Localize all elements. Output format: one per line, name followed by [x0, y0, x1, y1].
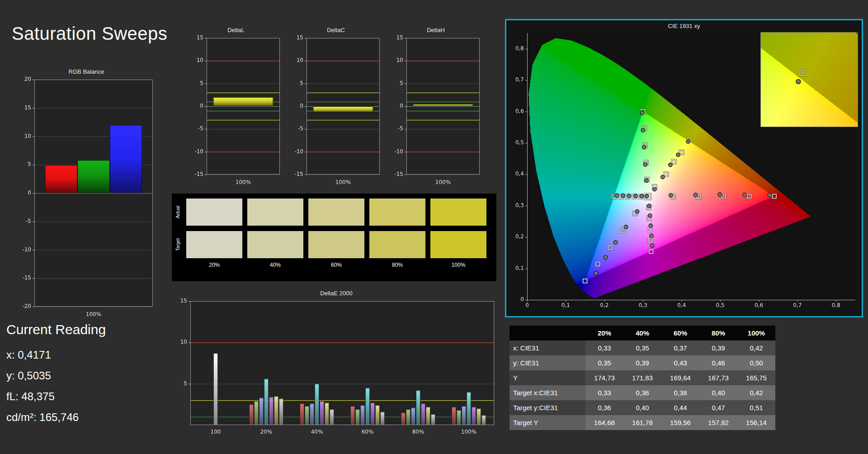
table-value-cell: 0,35 — [585, 355, 623, 370]
table-value-cell: 171,83 — [623, 370, 661, 385]
table-value-cell: 0,36 — [623, 385, 661, 400]
color-swatch — [430, 231, 487, 259]
color-swatch — [308, 231, 365, 259]
current-reading-x: x: 0,4171 — [6, 345, 106, 365]
app-root: Saturation Sweeps RGB Balance DeltaL Del… — [0, 0, 868, 454]
table-row-label: Target Y — [509, 415, 585, 430]
table-value-cell: 0,35 — [623, 340, 661, 355]
table-value-cell: 0,33 — [585, 385, 623, 400]
delta-c-title: DeltaC — [288, 26, 383, 34]
cie-inset-canvas — [760, 32, 858, 127]
swatch-percent-row: 20%40%60%80%100% — [186, 262, 493, 268]
cie-title: CIE 1931 xy — [506, 22, 862, 30]
table-value-cell: 0,36 — [585, 400, 623, 415]
table-value-cell: 0,46 — [699, 355, 737, 370]
delta-h-title: DeltaH — [388, 26, 483, 34]
delta-e-canvas — [174, 298, 499, 436]
swatch-percent-label: 20% — [186, 262, 243, 268]
table-value-cell: 159,56 — [661, 415, 699, 430]
rgb-balance-title: RGB Balance — [16, 68, 156, 76]
cie-panel[interactable]: CIE 1931 xy — [505, 19, 863, 317]
table-value-cell: 157,82 — [699, 415, 737, 430]
color-swatch — [430, 198, 487, 226]
table-value-cell: 0,40 — [623, 400, 661, 415]
current-reading-fl: fL: 48,375 — [6, 386, 106, 407]
table-row-label: Y — [509, 370, 585, 385]
table-value-cell: 164,68 — [585, 415, 623, 430]
swatch-row: Target — [175, 228, 493, 261]
table-corner-cell — [509, 326, 585, 340]
table-row-label: y: CIE31 — [509, 355, 585, 370]
current-reading-title: Current Reading — [6, 322, 106, 337]
table-value-cell: 0,42 — [737, 385, 775, 400]
current-reading-cdm2: cd/m²: 165,746 — [6, 407, 106, 428]
table-value-cell: 165,75 — [737, 370, 775, 385]
table-col-header: 60% — [661, 326, 699, 340]
current-reading-y: y: 0,5035 — [6, 365, 106, 386]
table-value-cell: 0,50 — [737, 355, 775, 370]
table-col-header: 20% — [585, 326, 623, 340]
swatch-percent-label: 40% — [247, 262, 304, 268]
page-title: Saturation Sweeps — [12, 24, 167, 44]
table-value-cell: 0,42 — [737, 340, 775, 355]
delta-e-panel[interactable]: DeltaE 2000 — [174, 289, 499, 439]
table-value-cell: 0,39 — [623, 355, 661, 370]
color-swatch — [247, 231, 304, 259]
table-value-cell: 0,43 — [661, 355, 699, 370]
rgb-balance-panel[interactable]: RGB Balance — [16, 68, 156, 321]
table-row-label: x: CIE31 — [509, 340, 585, 355]
color-swatch — [186, 231, 243, 259]
color-swatch — [369, 198, 426, 226]
delta-l-canvas — [189, 34, 283, 187]
swatch-percent-label: 100% — [430, 262, 487, 268]
table-value-cell: 156,14 — [737, 415, 775, 430]
table-value-cell: 167,73 — [699, 370, 737, 385]
table-value-cell: 169,64 — [661, 370, 699, 385]
color-swatch — [308, 198, 365, 226]
table-value-cell: 0,40 — [699, 385, 737, 400]
swatch-row-label: Target — [175, 238, 182, 251]
delta-c-canvas — [288, 34, 383, 187]
table-col-header: 40% — [623, 326, 661, 340]
table-value-cell: 0,44 — [661, 400, 699, 415]
rgb-balance-canvas — [16, 76, 156, 319]
table-value-cell: 0,47 — [699, 400, 737, 415]
delta-l-panel[interactable]: DeltaL — [189, 26, 283, 189]
delta-e-title: DeltaE 2000 — [174, 289, 499, 298]
table-value-cell: 0,51 — [737, 400, 775, 415]
table-value-cell: 0,38 — [661, 385, 699, 400]
color-swatch — [247, 198, 304, 226]
swatch-row-label: Actual — [175, 206, 182, 218]
table-value-cell: 174,73 — [585, 370, 623, 385]
delta-c-panel[interactable]: DeltaC — [288, 26, 383, 189]
swatch-panel[interactable]: ActualTarget20%40%60%80%100% — [172, 194, 496, 281]
table-row-label: Target x:CIE31 — [509, 385, 585, 400]
table-row-label: Target y:CIE31 — [509, 400, 585, 415]
color-swatch — [186, 198, 243, 226]
delta-h-panel[interactable]: DeltaH — [388, 26, 483, 189]
current-reading: Current Reading x: 0,4171 y: 0,5035 fL: … — [6, 322, 106, 428]
delta-h-canvas — [388, 34, 483, 187]
color-swatch — [369, 231, 426, 259]
swatch-row: Actual — [175, 196, 493, 228]
table-value-cell: 161,78 — [623, 415, 661, 430]
delta-l-title: DeltaL — [189, 26, 283, 34]
table-value-cell: 0,39 — [699, 340, 737, 355]
measurement-table: 20%40%60%80%100%x: CIE310,330,350,370,39… — [509, 326, 775, 430]
table-value-cell: 0,33 — [585, 340, 623, 355]
table-value-cell: 0,37 — [661, 340, 699, 355]
swatch-percent-label: 80% — [369, 262, 426, 268]
table-col-header: 80% — [699, 326, 737, 340]
table-col-header: 100% — [737, 326, 775, 340]
swatch-percent-label: 60% — [308, 262, 365, 268]
